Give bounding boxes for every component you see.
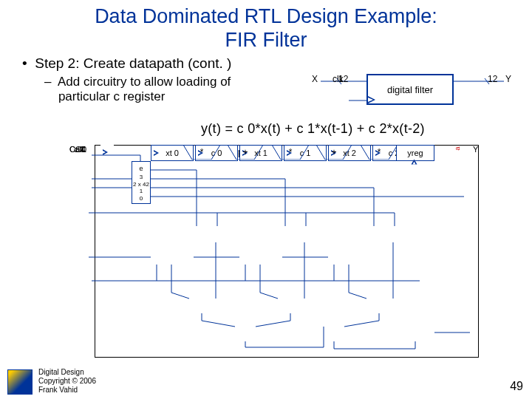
port-x: X: [312, 74, 318, 84]
label-clk: clk: [74, 145, 83, 154]
title-line1: Data Dominated RTL Design Example:: [95, 5, 437, 27]
bus-12-right: 12: [488, 74, 497, 84]
svg-text:+: +: [242, 147, 248, 157]
reg-yreg: yreg: [396, 145, 434, 161]
svg-text:*: *: [200, 147, 204, 157]
bullet-1: • Step 2: Create datapath (cont. ): [22, 55, 517, 72]
svg-text:*: *: [289, 147, 293, 157]
multiplier-1: *: [272, 145, 309, 160]
red-annotation: a: [454, 146, 461, 150]
svg-text:*: *: [378, 147, 381, 157]
equation: y(t) = c 0*x(t) + c 1*x(t-1) + c 2*x(t-2…: [201, 121, 425, 137]
book-logo-icon: [7, 369, 33, 395]
datapath-diagram: 3 -tap FIR filter CL Ca 1 Ca 0 C X clk e…: [80, 145, 494, 366]
clk-tri-icon: [100, 145, 114, 157]
adder-0: +: [228, 145, 263, 160]
label-y-out: Y: [473, 145, 478, 154]
svg-text:+: +: [331, 147, 336, 157]
multiplier-2: *: [361, 145, 398, 160]
port-y: Y: [505, 74, 511, 84]
decoder-2x4: e 3 2 x 42 1 0: [132, 161, 151, 204]
port-clk: clk: [332, 74, 344, 84]
digital-filter-block: digital filter X Y 12 12 clk: [313, 74, 513, 115]
page-number: 49: [510, 380, 523, 393]
filter-label: digital filter: [387, 84, 433, 95]
title-line2: FIR Filter: [225, 29, 307, 51]
clock-tri-icon: [368, 96, 375, 103]
adder-1: +: [316, 145, 352, 160]
multiplier-0: *: [183, 145, 220, 160]
footer: Digital Design Copyright © 2006 Frank Va…: [38, 368, 96, 395]
